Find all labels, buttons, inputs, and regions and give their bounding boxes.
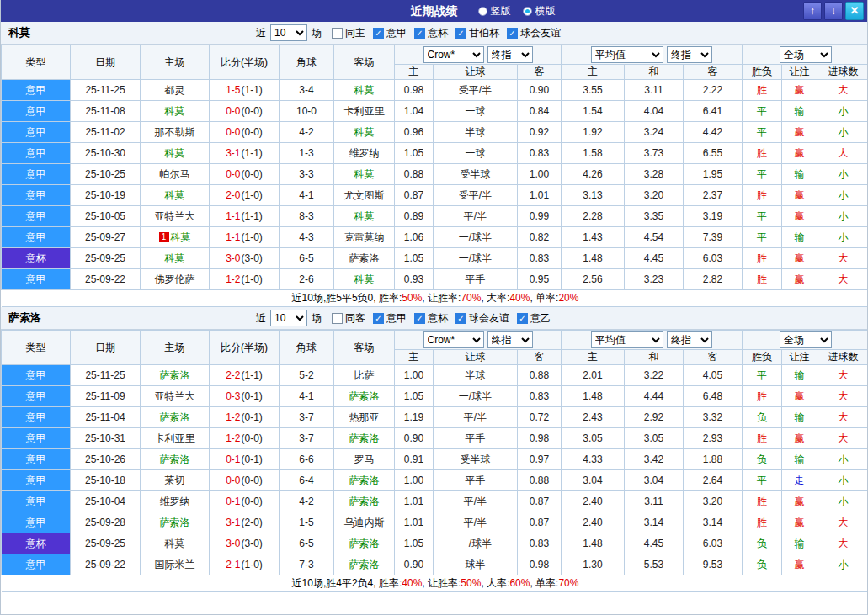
checkbox-icon[interactable]: ✓ bbox=[373, 313, 384, 324]
goals-result-cell: 小 bbox=[817, 449, 868, 470]
same-venue-checkbox[interactable]: 同主 bbox=[332, 26, 365, 40]
competition-checkbox[interactable]: ✓意乙 bbox=[517, 311, 551, 326]
euro-odds-stage-select[interactable]: 终指 bbox=[667, 46, 712, 63]
bookmaker-select[interactable]: Crow* bbox=[423, 46, 484, 63]
checkbox-icon[interactable]: ✓ bbox=[455, 28, 466, 39]
corners-cell: 4-1 bbox=[280, 185, 334, 206]
goals-result-cell: 小 bbox=[817, 206, 868, 227]
win-loss-result-cell: 胜 bbox=[743, 491, 782, 512]
checkbox-icon[interactable] bbox=[332, 313, 343, 324]
window-buttons: ↑ ↓ ✕ bbox=[803, 2, 864, 20]
euro-home-odds-cell: 1.48 bbox=[562, 533, 625, 554]
match-type-cell: 意甲 bbox=[2, 80, 71, 101]
handicap-away-odds-cell: 0.83 bbox=[518, 386, 562, 407]
summary-stat-label: 胜率: bbox=[379, 292, 402, 304]
handicap-away-odds-cell: 0.83 bbox=[518, 533, 562, 554]
euro-draw-odds-cell: 4.45 bbox=[625, 533, 684, 554]
match-count-select[interactable]: 10 bbox=[270, 310, 307, 326]
competition-checkbox[interactable]: ✓意杯 bbox=[414, 26, 448, 40]
goals-result-cell: 大 bbox=[817, 512, 868, 533]
scroll-down-button[interactable]: ↓ bbox=[824, 2, 843, 20]
checkbox-icon[interactable] bbox=[332, 28, 343, 39]
handicap-home-odds-cell: 1.05 bbox=[395, 533, 434, 554]
handicap-line-cell: 半球 bbox=[434, 365, 518, 386]
away-team-name: 科莫 bbox=[354, 84, 375, 96]
date-cell: 25-10-30 bbox=[71, 143, 141, 164]
match-type-cell: 意甲 bbox=[2, 206, 71, 227]
column-header-home: 主场 bbox=[141, 45, 210, 80]
handicap-home-odds-cell: 1.00 bbox=[395, 470, 434, 491]
handicap-away-odds-cell: 1.00 bbox=[518, 164, 562, 185]
competition-checkbox[interactable]: ✓意杯 bbox=[414, 311, 448, 326]
half-time-score: (1-1) bbox=[242, 369, 263, 381]
checkbox-icon[interactable]: ✓ bbox=[414, 313, 425, 324]
layout-radio-horizontal[interactable]: 横版 bbox=[523, 4, 556, 19]
results-header-group: 全场 bbox=[743, 331, 868, 350]
match-row: 意甲25-10-04维罗纳0-1(0-0)4-2萨索洛1.01平/半0.872.… bbox=[2, 491, 868, 512]
period-select[interactable]: 全场 bbox=[780, 331, 832, 348]
date-cell: 25-09-28 bbox=[71, 512, 141, 533]
radio-label: 横版 bbox=[535, 4, 556, 19]
checkbox-icon[interactable]: ✓ bbox=[414, 28, 425, 39]
away-team-cell: 萨索洛 bbox=[334, 554, 395, 575]
euro-draw-odds-cell: 5.53 bbox=[625, 554, 684, 575]
competition-checkbox[interactable]: ✓意甲 bbox=[373, 26, 407, 40]
home-team-cell: 科莫 bbox=[141, 143, 210, 164]
corners-cell: 3-7 bbox=[280, 428, 334, 449]
bookmaker-select[interactable]: Crow* bbox=[423, 331, 484, 348]
half-time-score: (3-0) bbox=[242, 538, 263, 549]
euro-away-odds-cell: 6.03 bbox=[684, 533, 743, 554]
column-header-corners: 角球 bbox=[280, 331, 334, 365]
radio-icon[interactable] bbox=[478, 7, 487, 16]
checkbox-icon[interactable]: ✓ bbox=[455, 313, 466, 324]
competition-checkbox[interactable]: ✓甘伯杯 bbox=[455, 26, 499, 40]
win-loss-result-cell: 平 bbox=[743, 164, 782, 185]
layout-radio-vertical[interactable]: 竖版 bbox=[478, 4, 511, 19]
match-row: 意甲25-10-26萨索洛0-1(0-1)6-6罗马0.91受半球0.974.3… bbox=[2, 449, 868, 470]
checkbox-icon[interactable]: ✓ bbox=[507, 28, 518, 39]
full-time-score: 3-1 bbox=[226, 147, 240, 159]
euro-away-odds-cell: 9.53 bbox=[684, 554, 743, 575]
home-team-cell: 萨索洛 bbox=[141, 365, 210, 386]
handicap-result-cell: 输 bbox=[782, 449, 817, 470]
away-team-name: 尤文图斯 bbox=[344, 189, 385, 201]
checkbox-icon[interactable]: ✓ bbox=[517, 313, 528, 324]
competition-checkbox[interactable]: ✓球会友谊 bbox=[507, 26, 561, 40]
close-button[interactable]: ✕ bbox=[845, 2, 864, 20]
handicap-home-odds-cell: 0.91 bbox=[395, 449, 434, 470]
summary-stat-value: 20% bbox=[558, 292, 578, 304]
summary-line: 近10场,胜5平5负0, 胜率:50%, 让胜率:70%, 大率:40%, 单率… bbox=[2, 290, 868, 307]
home-team-cell: 都灵 bbox=[141, 80, 210, 101]
handicap-odds-stage-select[interactable]: 终指 bbox=[487, 331, 533, 348]
summary-stat-label: 大率: bbox=[487, 292, 509, 304]
euro-odds-source-select[interactable]: 平均值 bbox=[591, 331, 663, 348]
half-time-score: (1-1) bbox=[242, 147, 263, 159]
euro-odds-source-select[interactable]: 平均值 bbox=[591, 46, 663, 63]
handicap-line-cell: 球半 bbox=[434, 554, 518, 575]
goals-result-cell: 大 bbox=[817, 269, 868, 290]
handicap-home-odds-cell: 0.90 bbox=[395, 554, 434, 575]
checkbox-icon[interactable]: ✓ bbox=[373, 28, 384, 39]
period-select[interactable]: 全场 bbox=[780, 46, 832, 63]
half-time-score: (1-0) bbox=[242, 189, 263, 201]
corners-cell: 2-6 bbox=[280, 269, 334, 290]
score-cell: 0-0(0-0) bbox=[210, 122, 280, 143]
full-time-score: 0-0 bbox=[226, 168, 240, 180]
match-count-select[interactable]: 10 bbox=[270, 24, 307, 41]
radio-icon[interactable] bbox=[523, 7, 532, 16]
handicap-odds-stage-select[interactable]: 终指 bbox=[487, 46, 533, 63]
away-team-cell: 科莫 bbox=[334, 206, 395, 227]
euro-home-odds-cell: 2.40 bbox=[562, 512, 625, 533]
corners-cell: 4-2 bbox=[280, 491, 334, 512]
home-team-name: 科莫 bbox=[165, 538, 185, 549]
score-cell: 2-0(1-0) bbox=[210, 185, 280, 206]
competition-checkbox[interactable]: ✓球会友谊 bbox=[455, 311, 509, 326]
away-team-cell: 科莫 bbox=[334, 122, 395, 143]
home-team-cell: 萨索洛 bbox=[141, 449, 210, 470]
scroll-up-button[interactable]: ↑ bbox=[803, 2, 822, 20]
same-venue-checkbox[interactable]: 同客 bbox=[332, 311, 365, 326]
corners-cell: 3-4 bbox=[280, 80, 334, 101]
competition-checkbox[interactable]: ✓意甲 bbox=[373, 311, 407, 326]
home-team-cell: 那不勒斯 bbox=[141, 122, 210, 143]
euro-odds-stage-select[interactable]: 终指 bbox=[667, 331, 712, 348]
